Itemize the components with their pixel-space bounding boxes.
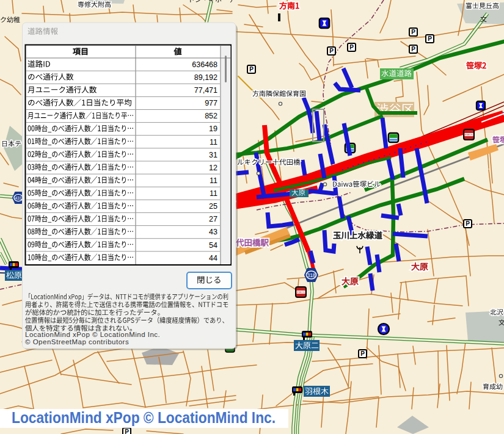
svg-text:P: P	[329, 48, 334, 54]
svg-text:11: 11	[210, 138, 217, 146]
svg-text:ENEOS: ENEOS	[297, 291, 305, 294]
svg-text:P: P	[411, 46, 415, 52]
svg-text:89,192: 89,192	[194, 73, 217, 82]
svg-text:431: 431	[15, 196, 22, 200]
svg-text:P: P	[349, 44, 354, 51]
svg-text:852: 852	[205, 112, 217, 120]
svg-text:636468: 636468	[192, 60, 217, 69]
svg-text:P: P	[249, 66, 254, 73]
svg-text:43: 43	[209, 228, 217, 236]
svg-text:19: 19	[209, 125, 217, 133]
svg-text:11: 11	[210, 189, 217, 198]
svg-text:P: P	[125, 429, 129, 434]
svg-text:318: 318	[307, 272, 315, 278]
svg-text:P: P	[428, 35, 432, 42]
svg-text:P: P	[360, 350, 365, 357]
svg-text:LocationMind xPop © LocationMi: LocationMind xPop © LocationMind Inc.	[12, 409, 276, 426]
svg-text:77,471: 77,471	[194, 86, 217, 95]
svg-text:27: 27	[209, 215, 217, 223]
svg-text:© OpenStreetMap contributors: © OpenStreetMap contributors	[25, 338, 129, 345]
svg-text:44: 44	[209, 254, 217, 262]
svg-text:P: P	[411, 29, 415, 35]
svg-text:31: 31	[209, 151, 217, 159]
svg-text:LocationMind xPop © LocationMi: LocationMind xPop © LocationMind Inc.	[25, 331, 160, 338]
svg-text:11: 11	[210, 176, 217, 185]
svg-text:54: 54	[209, 241, 217, 250]
svg-text:977: 977	[205, 99, 217, 107]
svg-text:ENEOS: ENEOS	[465, 134, 473, 136]
svg-text:25: 25	[209, 202, 217, 211]
svg-text:12: 12	[209, 164, 217, 172]
svg-text:P: P	[466, 220, 470, 227]
